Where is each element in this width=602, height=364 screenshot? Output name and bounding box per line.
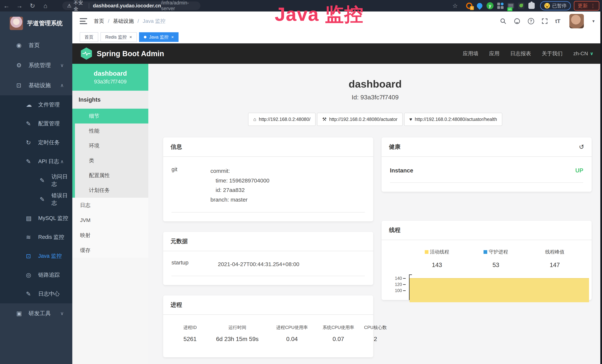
sba-instance-header[interactable]: dashboard 93a3fc7f7409 [72, 64, 148, 91]
tags-view-bar: 首页 Redis 监控 × Java 监控 × [72, 31, 602, 43]
actuator-url-button[interactable]: ⚒ http://192.168.0.2:48080/actuator [317, 113, 403, 126]
sba-menu-detail[interactable]: 细节 [75, 109, 148, 124]
sba-nav-journal[interactable]: 日志报表 [510, 50, 531, 57]
instance-links: ⌂ http://192.168.0.2:48080/ ⚒ http://192… [148, 113, 602, 126]
sidebar-item-logcenter[interactable]: ✎ 日志中心 [0, 284, 72, 303]
help-icon[interactable]: ? [528, 18, 534, 24]
security-label: 不安全 [74, 0, 85, 12]
extension-orange-icon[interactable]: 1 [465, 2, 473, 10]
sidebar-item-config[interactable]: ✎ 配置管理 [0, 114, 72, 133]
sba-menu-configprops[interactable]: 配置属性 [75, 168, 148, 183]
threads-peak-value: 147 [525, 261, 584, 268]
health-instance-row[interactable]: Instance UP [390, 157, 583, 183]
sba-nav-about[interactable]: 关于我们 [542, 50, 562, 57]
address-bar[interactable]: ⚠ 不安全 dashboard.yudao.iocoder.cn/infra/a… [62, 1, 200, 10]
sba-body: dashboard 93a3fc7f7409 Insights 细节 性能 环境… [72, 64, 602, 364]
cards-left-column: 信息 git commit: time: 1596289704000 id: 2… [163, 137, 373, 357]
sidebar-item-infra[interactable]: ⊡ 基础设施 ∧ [0, 75, 72, 95]
service-url-button[interactable]: ⌂ http://192.168.0.2:48080/ [248, 113, 316, 126]
sba-logo-icon [81, 47, 92, 60]
sidebar-item-redis[interactable]: ≋ Redis 监控 [0, 228, 72, 247]
extension-leaf-icon[interactable] [517, 2, 525, 10]
process-value-cpu: 0.04 [269, 336, 315, 343]
sba-menu-logs[interactable]: 日志 [72, 198, 148, 213]
legend-yellow-swatch [425, 250, 429, 254]
info-key: git [172, 166, 210, 204]
tab-redis[interactable]: Redis 监控 × [100, 32, 137, 42]
sidebar-item-java[interactable]: ⊡ Java 监控 [0, 247, 72, 266]
sidebar-item-home[interactable]: ◉ 首页 [0, 35, 72, 55]
health-url-button[interactable]: ♥ http://192.168.0.2:48080/actuator/heal… [404, 113, 502, 126]
extension-pin-icon[interactable] [476, 2, 484, 10]
status-badge: UP [575, 167, 583, 174]
browser-toolbar-right: ☆ 1 y on 已暂停 更新 ⋮ [452, 1, 602, 11]
legend-daemon-threads: 守护进程 [466, 249, 526, 255]
extension-y-icon[interactable]: y [486, 2, 494, 10]
reload-icon[interactable]: ↻ [26, 2, 39, 10]
sidebar-item-trace[interactable]: ◎ 链路追踪 [0, 266, 72, 284]
metadata-card: 元数据 startup 2021-04-27T00:44:31.254+08:0… [163, 232, 373, 285]
font-size-icon[interactable]: tT [555, 18, 560, 24]
sba-content: dashboard Id: 93a3fc7f7409 ⌂ http://192.… [148, 64, 602, 364]
threads-legend: 活动线程 守护进程 线程峰值 143 [382, 240, 592, 268]
screen: ← → ↻ ⌂ ⚠ 不安全 dashboard.yudao.iocoder.cn… [0, 0, 602, 364]
y-tick-120: 120 [382, 282, 402, 287]
metadata-row: startup 2021-04-27T00:44:31.254+08:00 [172, 251, 365, 276]
sba-menu-env[interactable]: 环境 [75, 138, 148, 153]
close-icon[interactable]: × [129, 34, 132, 40]
page-title: dashboard [148, 78, 602, 90]
tab-java-active[interactable]: Java 监控 × [139, 32, 179, 42]
cards-grid: 信息 git commit: time: 1596289704000 id: 2… [148, 126, 602, 357]
extension-grid-icon[interactable] [496, 2, 504, 10]
sidebar-item-errorlog[interactable]: ✎ 错误日志 [0, 190, 72, 209]
sidebar-item-file[interactable]: ☁ 文件管理 [0, 95, 72, 114]
avatar-caret-icon[interactable]: ▾ [592, 19, 595, 24]
sba-menu-mappings[interactable]: 映射 [72, 228, 148, 243]
app-frame: 芋道管理系统 ◉ 首页 ⚙ 系统管理 ∨ ⊡ 基础设施 ∧ ☁ 文件管理 [0, 11, 602, 364]
app-logo-block[interactable]: 芋道管理系统 [0, 11, 72, 35]
extension-puzzle-icon[interactable] [528, 2, 536, 10]
fullscreen-icon[interactable] [542, 18, 548, 24]
bookmark-star-icon[interactable]: ☆ [452, 2, 458, 9]
breadcrumb-home[interactable]: 首页 [94, 18, 104, 25]
app-sidebar: 芋道管理系统 ◉ 首页 ⚙ 系统管理 ∨ ⊡ 基础设施 ∧ ☁ 文件管理 [0, 11, 72, 364]
sba-language-select[interactable]: zh-CN ∨ [573, 51, 593, 57]
back-icon[interactable]: ← [0, 2, 13, 10]
sba-menu-caches[interactable]: 缓存 [72, 243, 148, 258]
sba-menu-metrics[interactable]: 性能 [75, 124, 148, 138]
threads-live-value: 143 [408, 261, 466, 268]
sidebar-item-apilog[interactable]: ✎ API 日志 ∧ [0, 152, 72, 171]
sba-nav-wallboard[interactable]: 应用墙 [463, 50, 478, 57]
sidebar-item-job[interactable]: ↻ 定时任务 [0, 133, 72, 152]
profile-paused-badge[interactable]: 已暂停 [540, 1, 571, 11]
info-card: 信息 git commit: time: 1596289704000 id: 2… [163, 137, 373, 221]
live-threads-area [409, 278, 589, 302]
sidebar-item-devtools[interactable]: ▣ 研发工具 ∨ [0, 303, 72, 323]
sba-menu-scheduled[interactable]: 计划任务 [75, 183, 148, 198]
sba-menu-jvm[interactable]: JVM [72, 213, 148, 228]
sidebar-item-accesslog[interactable]: ✎ 访问日志 [0, 171, 72, 190]
sba-nav-applications[interactable]: 应用 [489, 50, 499, 57]
breadcrumb-infra[interactable]: 基础设施 [113, 18, 134, 25]
log-icon: ✎ [40, 177, 52, 184]
extension-list-icon[interactable]: on [507, 2, 515, 10]
user-avatar[interactable] [569, 14, 584, 28]
sba-menu-classes[interactable]: 类 [75, 153, 148, 168]
hamburger-icon[interactable] [80, 18, 87, 24]
process-header-cpu: 进程CPU使用率 [269, 324, 315, 331]
chevron-down-icon: ∨ [60, 63, 64, 68]
search-icon[interactable] [500, 18, 506, 24]
sidebar-item-system[interactable]: ⚙ 系统管理 ∨ [0, 55, 72, 75]
history-icon[interactable]: ↺ [579, 143, 584, 150]
home-icon[interactable]: ⌂ [39, 2, 52, 10]
forward-icon[interactable]: → [13, 2, 26, 10]
tab-home[interactable]: 首页 [80, 32, 98, 42]
browser-update-button[interactable]: 更新 ⋮ [574, 1, 599, 11]
github-icon[interactable] [514, 18, 520, 24]
monitor-icon: ⊡ [16, 82, 29, 89]
health-instance-label: Instance [390, 167, 413, 174]
sidebar-item-mysql[interactable]: ▤ MySQL 监控 [0, 209, 72, 228]
close-icon[interactable]: × [171, 34, 174, 40]
history-icon: ↻ [26, 139, 38, 146]
annotation-java-monitor: Java 监控 [275, 2, 364, 27]
